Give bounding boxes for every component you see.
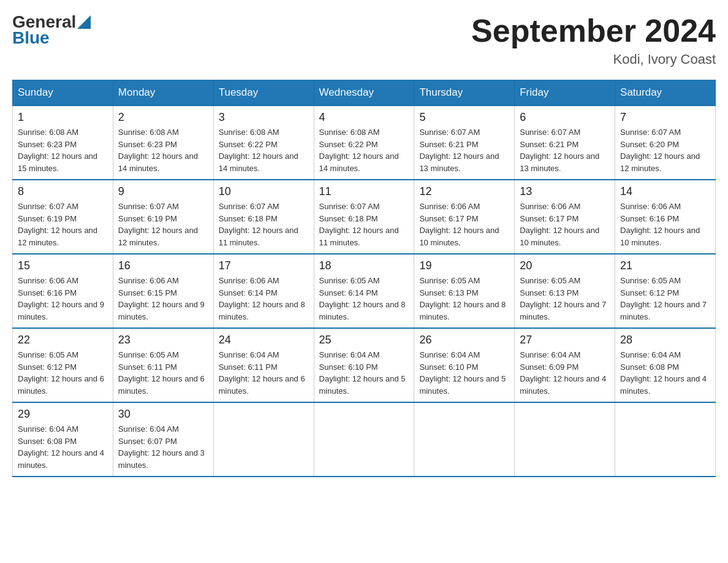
table-row: 12 Sunrise: 6:06 AM Sunset: 6:17 PM Dayl… (414, 180, 515, 254)
day-info: Sunrise: 6:04 AM Sunset: 6:09 PM Dayligh… (520, 349, 610, 397)
day-number: 29 (18, 408, 108, 421)
day-number: 8 (18, 185, 108, 198)
header-monday: Monday (113, 80, 213, 106)
table-row: 29 Sunrise: 6:04 AM Sunset: 6:08 PM Dayl… (13, 402, 113, 477)
header-wednesday: Wednesday (314, 80, 414, 106)
sunrise-label: Sunrise: 6:08 AM (18, 128, 78, 137)
daylight-label: Daylight: 12 hours and 10 minutes. (620, 226, 700, 247)
table-row (515, 402, 615, 477)
daylight-label: Daylight: 12 hours and 4 minutes. (620, 374, 707, 396)
table-row: 27 Sunrise: 6:04 AM Sunset: 6:09 PM Dayl… (515, 328, 615, 402)
logo-arrow-icon (77, 15, 91, 29)
table-row: 22 Sunrise: 6:05 AM Sunset: 6:12 PM Dayl… (13, 328, 113, 402)
day-number: 25 (319, 334, 409, 347)
sunrise-label: Sunrise: 6:05 AM (620, 276, 681, 285)
day-number: 18 (319, 259, 409, 272)
daylight-label: Daylight: 12 hours and 15 minutes. (18, 151, 97, 173)
sunset-label: Sunset: 6:12 PM (620, 288, 679, 297)
header-saturday: Saturday (615, 80, 716, 106)
day-number: 19 (419, 259, 509, 272)
daylight-label: Daylight: 12 hours and 5 minutes. (319, 374, 406, 396)
table-row: 25 Sunrise: 6:04 AM Sunset: 6:10 PM Dayl… (314, 328, 414, 402)
sunset-label: Sunset: 6:08 PM (620, 362, 679, 372)
sunrise-label: Sunrise: 6:08 AM (319, 128, 380, 137)
sunrise-label: Sunrise: 6:07 AM (118, 202, 179, 211)
daylight-label: Daylight: 12 hours and 7 minutes. (520, 300, 606, 321)
week-row-4: 22 Sunrise: 6:05 AM Sunset: 6:12 PM Dayl… (13, 328, 716, 402)
table-row: 23 Sunrise: 6:05 AM Sunset: 6:11 PM Dayl… (113, 328, 213, 402)
sunset-label: Sunset: 6:14 PM (219, 288, 278, 297)
header-thursday: Thursday (414, 80, 515, 106)
daylight-label: Daylight: 12 hours and 6 minutes. (219, 374, 305, 396)
sunrise-label: Sunrise: 6:06 AM (18, 276, 78, 285)
table-row: 15 Sunrise: 6:06 AM Sunset: 6:16 PM Dayl… (13, 254, 113, 328)
sunset-label: Sunset: 6:19 PM (18, 214, 77, 223)
sunset-label: Sunset: 6:23 PM (18, 140, 77, 149)
sunrise-label: Sunrise: 6:06 AM (219, 276, 279, 285)
table-row: 9 Sunrise: 6:07 AM Sunset: 6:19 PM Dayli… (113, 180, 213, 254)
sunrise-label: Sunrise: 6:05 AM (118, 350, 179, 359)
table-row: 21 Sunrise: 6:05 AM Sunset: 6:12 PM Dayl… (615, 254, 716, 328)
table-row (213, 402, 314, 477)
header-tuesday: Tuesday (213, 80, 314, 106)
day-number: 27 (520, 334, 610, 347)
day-info: Sunrise: 6:06 AM Sunset: 6:16 PM Dayligh… (18, 275, 108, 323)
day-number: 15 (18, 259, 108, 272)
daylight-label: Daylight: 12 hours and 6 minutes. (18, 374, 104, 396)
day-info: Sunrise: 6:08 AM Sunset: 6:22 PM Dayligh… (219, 126, 309, 174)
sunrise-label: Sunrise: 6:07 AM (620, 128, 681, 137)
daylight-label: Daylight: 12 hours and 14 minutes. (118, 151, 198, 173)
sunset-label: Sunset: 6:22 PM (319, 140, 378, 149)
daylight-label: Daylight: 12 hours and 4 minutes. (520, 374, 606, 396)
page-header: General Blue September 2024 Kodi, Ivory … (12, 12, 716, 67)
svg-marker-0 (77, 15, 91, 29)
day-number: 17 (219, 259, 309, 272)
sunset-label: Sunset: 6:23 PM (118, 140, 177, 149)
title-section: September 2024 Kodi, Ivory Coast (471, 12, 716, 67)
daylight-label: Daylight: 12 hours and 10 minutes. (419, 226, 499, 247)
sunset-label: Sunset: 6:16 PM (620, 214, 679, 223)
daylight-label: Daylight: 12 hours and 8 minutes. (419, 300, 506, 321)
daylight-label: Daylight: 12 hours and 9 minutes. (118, 300, 205, 321)
day-info: Sunrise: 6:06 AM Sunset: 6:17 PM Dayligh… (419, 201, 509, 248)
sunset-label: Sunset: 6:08 PM (18, 437, 77, 446)
sunrise-label: Sunrise: 6:05 AM (419, 276, 480, 285)
day-info: Sunrise: 6:08 AM Sunset: 6:22 PM Dayligh… (319, 126, 409, 174)
daylight-label: Daylight: 12 hours and 10 minutes. (520, 226, 599, 247)
logo: General Blue (12, 12, 91, 48)
day-number: 20 (520, 259, 610, 272)
table-row: 4 Sunrise: 6:08 AM Sunset: 6:22 PM Dayli… (314, 105, 414, 180)
sunset-label: Sunset: 6:11 PM (118, 362, 177, 372)
day-number: 21 (620, 259, 710, 272)
sunrise-label: Sunrise: 6:07 AM (419, 128, 480, 137)
table-row: 10 Sunrise: 6:07 AM Sunset: 6:18 PM Dayl… (213, 180, 314, 254)
sunset-label: Sunset: 6:09 PM (520, 362, 578, 372)
table-row (615, 402, 716, 477)
sunset-label: Sunset: 6:10 PM (419, 362, 478, 372)
table-row: 19 Sunrise: 6:05 AM Sunset: 6:13 PM Dayl… (414, 254, 515, 328)
day-info: Sunrise: 6:04 AM Sunset: 6:08 PM Dayligh… (620, 349, 710, 397)
sunset-label: Sunset: 6:21 PM (520, 140, 578, 149)
sunrise-label: Sunrise: 6:04 AM (18, 424, 78, 434)
table-row: 5 Sunrise: 6:07 AM Sunset: 6:21 PM Dayli… (414, 105, 515, 180)
day-info: Sunrise: 6:08 AM Sunset: 6:23 PM Dayligh… (118, 126, 208, 174)
sunrise-label: Sunrise: 6:04 AM (319, 350, 380, 359)
daylight-label: Daylight: 12 hours and 13 minutes. (419, 151, 499, 173)
sunrise-label: Sunrise: 6:05 AM (319, 276, 380, 285)
sunrise-label: Sunrise: 6:08 AM (219, 128, 279, 137)
calendar-table: Sunday Monday Tuesday Wednesday Thursday… (12, 80, 716, 477)
day-number: 1 (18, 111, 108, 124)
header-sunday: Sunday (13, 80, 113, 106)
week-row-3: 15 Sunrise: 6:06 AM Sunset: 6:16 PM Dayl… (13, 254, 716, 328)
table-row: 18 Sunrise: 6:05 AM Sunset: 6:14 PM Dayl… (314, 254, 414, 328)
day-number: 4 (319, 111, 409, 124)
day-info: Sunrise: 6:08 AM Sunset: 6:23 PM Dayligh… (18, 126, 108, 174)
daylight-label: Daylight: 12 hours and 6 minutes. (118, 374, 205, 396)
daylight-label: Daylight: 12 hours and 13 minutes. (520, 151, 599, 173)
daylight-label: Daylight: 12 hours and 3 minutes. (118, 448, 205, 470)
table-row: 17 Sunrise: 6:06 AM Sunset: 6:14 PM Dayl… (213, 254, 314, 328)
daylight-label: Daylight: 12 hours and 5 minutes. (419, 374, 506, 396)
day-number: 16 (118, 259, 208, 272)
daylight-label: Daylight: 12 hours and 8 minutes. (319, 300, 406, 321)
day-info: Sunrise: 6:07 AM Sunset: 6:19 PM Dayligh… (118, 201, 208, 248)
